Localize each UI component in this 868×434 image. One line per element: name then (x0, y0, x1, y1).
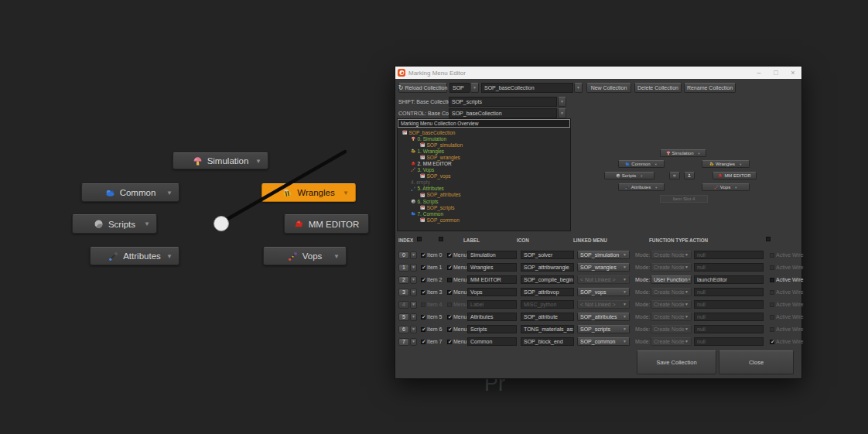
tree-node-collection[interactable]: SOP_baseCollection (398, 129, 570, 135)
reload-collection-button[interactable]: ↻ Reload Collection (398, 83, 447, 93)
tree-node-item[interactable]: 5. Attributes (398, 186, 570, 192)
menu-checkbox[interactable]: ✓ (447, 315, 452, 320)
linked-menu-dropdown[interactable]: SOP_attributes▼ (577, 313, 630, 321)
save-collection-button[interactable]: Save Collection (637, 350, 716, 374)
index-dropdown[interactable]: ▼ (410, 251, 417, 259)
label-field[interactable]: Common (467, 337, 517, 346)
active-wire-checkbox[interactable] (770, 302, 774, 307)
menu-checkbox[interactable]: ✓ (447, 265, 452, 270)
tree-node-item[interactable]: 0. Simulation (398, 135, 570, 142)
menu-checkbox[interactable] (447, 302, 452, 307)
shift-base-collection-dropdown[interactable]: SOP_scripts ▼ (449, 97, 566, 107)
menu-checkbox[interactable]: ✓ (447, 290, 452, 295)
action-field[interactable]: null (694, 300, 764, 309)
tree-node-empty[interactable]: 4. empty (398, 179, 570, 186)
index-dropdown[interactable]: ▼ (410, 338, 417, 346)
item-enabled-checkbox[interactable]: ✓ (421, 327, 425, 332)
index-dropdown[interactable]: ▼ (410, 301, 417, 309)
active-wire-checkbox[interactable] (770, 253, 774, 258)
function-type-dropdown[interactable]: User Function▼ (651, 275, 692, 284)
item-enabled-checkbox[interactable]: ✓ (421, 278, 425, 282)
action-field[interactable]: null (694, 325, 764, 333)
active-wire-checkbox[interactable] (770, 265, 774, 270)
icon-field[interactable]: SOP_compile_begin (521, 275, 574, 284)
index-dropdown[interactable]: ▼ (410, 326, 417, 333)
item-enabled-checkbox[interactable]: ✓ (421, 253, 425, 258)
active-wire-checkbox[interactable] (770, 290, 774, 295)
label-field[interactable]: Vops (467, 288, 517, 296)
item-enabled-checkbox[interactable] (421, 302, 425, 307)
function-type-dropdown[interactable]: Create Node▼ (651, 251, 692, 259)
tree-node-collection[interactable]: SOP_scripts (398, 204, 570, 210)
icon-field[interactable]: SOP_attribute (521, 313, 574, 321)
label-field[interactable]: Wrangles (467, 263, 517, 272)
preview-item-scripts[interactable]: Scripts ▼ (604, 172, 654, 179)
linked-menu-dropdown[interactable]: SOP_scripts▼ (577, 325, 630, 333)
action-field[interactable]: null (694, 337, 764, 346)
marking-menu-item-attributes[interactable]: Attributes ▼ (90, 247, 179, 265)
item-enabled-checkbox[interactable]: ✓ (421, 290, 425, 295)
close-button[interactable]: Close (719, 350, 794, 374)
maximize-button[interactable]: □ (767, 67, 784, 78)
header-checkbox[interactable] (417, 237, 422, 241)
item-enabled-checkbox[interactable]: ✓ (421, 340, 425, 344)
icon-field[interactable]: TONS_materials_assigned (521, 325, 574, 333)
linked-menu-dropdown[interactable]: SOP_vops▼ (577, 288, 630, 296)
action-field[interactable]: null (694, 313, 764, 321)
tree-node-collection[interactable]: SOP_simulation (398, 142, 570, 148)
linked-menu-dropdown[interactable]: SOP_wrangles▼ (577, 263, 630, 272)
tree-node-collection[interactable]: SOP_wrangles (398, 154, 570, 160)
active-wire-checkbox[interactable] (770, 327, 774, 332)
linked-menu-dropdown[interactable]: SOP_simulation▼ (577, 251, 630, 259)
tree-node-item[interactable]: 6. Scripts (398, 198, 570, 204)
rename-collection-button[interactable]: Rename Collection (684, 83, 736, 93)
function-type-dropdown[interactable]: Create Node▼ (651, 288, 692, 296)
preview-empty-slot[interactable]: Item Slot 4 (660, 195, 708, 203)
linked-menu-dropdown[interactable]: < Not Linked >▼ (577, 300, 630, 309)
tree-node-item[interactable]: 2. MM EDITOR (398, 160, 570, 166)
preview-item-mm-editor[interactable]: MM EDITOR (713, 172, 757, 179)
minimize-button[interactable]: – (750, 67, 767, 78)
tree-node-item[interactable]: 3. Vops (398, 167, 570, 173)
label-field[interactable]: Label (467, 300, 517, 309)
preview-item-wrangles[interactable]: Wrangles ▼ (702, 160, 750, 168)
item-enabled-checkbox[interactable]: ✓ (421, 315, 425, 320)
active-wire-checkbox[interactable]: ✓ (770, 340, 774, 344)
menu-checkbox[interactable] (447, 278, 452, 282)
preview-item-simulation[interactable]: Simulation ▼ (660, 149, 706, 157)
tree-node-item[interactable]: 7. Common (398, 210, 570, 217)
marking-menu-item-mm-editor[interactable]: MM EDITOR (284, 214, 369, 234)
function-type-dropdown[interactable]: Create Node▼ (651, 300, 692, 309)
new-collection-button[interactable]: New Collection (586, 83, 631, 93)
control-base-collection-dropdown[interactable]: SOP_baseCollection ▼ (449, 108, 566, 118)
preview-back-button[interactable] (669, 172, 680, 179)
delete-collection-button[interactable]: Delete Collection (634, 83, 682, 93)
label-field[interactable]: Simulation (467, 251, 517, 259)
close-window-button[interactable]: × (784, 67, 801, 78)
preview-parent-button[interactable] (684, 172, 695, 179)
index-dropdown[interactable]: ▼ (410, 289, 417, 296)
preview-item-common[interactable]: Common ▼ (618, 160, 665, 168)
header-checkbox[interactable] (766, 237, 771, 241)
icon-field[interactable]: MISC_python (521, 300, 574, 309)
index-dropdown[interactable]: ▼ (410, 313, 417, 321)
index-dropdown[interactable]: ▼ (410, 276, 417, 284)
label-field[interactable]: MM EDITOR (467, 275, 517, 284)
item-enabled-checkbox[interactable]: ✓ (421, 265, 425, 270)
action-field[interactable]: null (694, 288, 764, 296)
function-type-dropdown[interactable]: Create Node▼ (651, 337, 692, 346)
index-value[interactable]: 2 (398, 276, 409, 284)
menu-checkbox[interactable]: ✓ (447, 327, 452, 332)
index-value[interactable]: 7 (398, 338, 409, 346)
linked-menu-dropdown[interactable]: < Not Linked >▼ (577, 275, 630, 284)
tree-node-collection[interactable]: SOP_attributes (398, 192, 570, 198)
function-type-dropdown[interactable]: Create Node▼ (651, 263, 692, 272)
menu-checkbox[interactable]: ✓ (447, 340, 452, 344)
icon-field[interactable]: SOP_attribwrangle (521, 263, 574, 272)
marking-menu-item-vops[interactable]: Vops ▼ (263, 247, 347, 265)
label-field[interactable]: Attributes (467, 313, 517, 321)
action-field[interactable]: launchEditor (694, 275, 764, 284)
linked-menu-dropdown[interactable]: SOP_common▼ (577, 337, 630, 346)
window-titlebar[interactable]: Marking Menu Editor – □ × (395, 67, 801, 79)
action-field[interactable]: null (694, 263, 764, 272)
